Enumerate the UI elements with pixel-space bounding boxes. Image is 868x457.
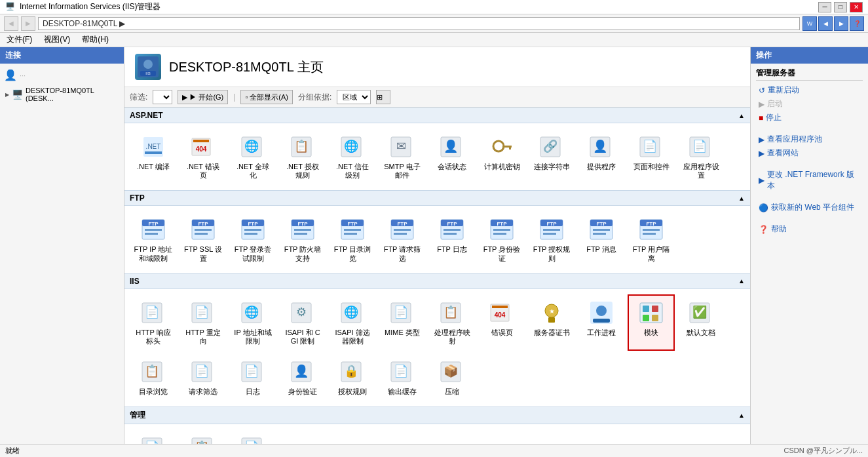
- menu-file[interactable]: 文件(F): [4, 33, 35, 47]
- action-help[interactable]: ❓ 帮助: [756, 222, 863, 236]
- icon-item-modules[interactable]: 模块: [628, 294, 675, 351]
- addon-icon-2[interactable]: ◀: [818, 16, 833, 31]
- back-button[interactable]: ◀: [4, 16, 18, 31]
- icon-img-ip-restrict: 🌐: [240, 300, 266, 326]
- icon-item-server-cert[interactable]: ★ 服务器证书: [528, 294, 575, 351]
- icon-item-compress[interactable]: 📦 压缩: [428, 353, 476, 401]
- icon-item-dir-browse[interactable]: 📋 目录浏览: [130, 353, 177, 401]
- section-header-aspnet[interactable]: ASP.NET▲: [124, 108, 750, 123]
- menu-view[interactable]: 视图(V): [41, 33, 73, 47]
- icon-item-handler[interactable]: 📋 处理程序映射: [428, 294, 476, 351]
- icon-grid-manage: 📄 Shared Configur... 📋 功能委派 📄 配置编辑器: [124, 424, 750, 444]
- icon-item-shared-config[interactable]: 📄 Shared Configur...: [130, 429, 177, 444]
- svg-rect-35: [145, 233, 158, 235]
- icon-img-ftp-filter: FTP: [389, 216, 415, 243]
- filter-all-btn[interactable]: ▫ 全部显示(A): [240, 90, 293, 104]
- icon-item-ftp-rules[interactable]: FTP FTP 授权规则: [528, 211, 575, 268]
- icon-item-net-auth[interactable]: 📋 .NET 授权规则: [279, 129, 326, 185]
- addon-icon-1[interactable]: W: [802, 16, 817, 31]
- icon-item-net-compile[interactable]: .NET .NET 编泽: [130, 129, 177, 185]
- change-framework-label: 更改 .NET Framework 版本: [767, 169, 860, 191]
- action-change-framework[interactable]: ▶ 更改 .NET Framework 版本: [756, 168, 863, 193]
- icon-label-smtp: SMTP 电子邮件: [383, 163, 422, 180]
- icon-item-isapi-filter[interactable]: 🌐 ISAPI 筛选器限制: [329, 294, 376, 351]
- icon-item-logging[interactable]: 📄 日志: [229, 353, 276, 401]
- icon-item-worker[interactable]: 工作进程: [578, 294, 625, 351]
- tree-item-add[interactable]: 👤 ···: [0, 66, 124, 84]
- icon-label-handler: 处理程序映射: [432, 328, 472, 346]
- icon-item-error-page[interactable]: 404 错误页: [478, 294, 525, 351]
- icon-item-conn-string[interactable]: 🔗 连接字符串: [528, 129, 575, 185]
- group-select[interactable]: 区域: [337, 90, 371, 104]
- svg-text:📦: 📦: [443, 364, 459, 378]
- addon-icon-3[interactable]: ▶: [834, 16, 848, 31]
- icon-label-isapi-filter: ISAPI 筛选器限制: [333, 328, 372, 346]
- address-input[interactable]: [38, 17, 800, 30]
- icon-item-isapi-cgi[interactable]: ⚙ ISAPI 和 CGI 限制: [279, 294, 326, 351]
- svg-text:🌐: 🌐: [344, 305, 359, 319]
- icon-item-ftp-ssl[interactable]: FTP FTP SSL 设置: [179, 211, 227, 268]
- action-view-sites[interactable]: ▶ 查看网站: [756, 146, 863, 160]
- icon-item-ftp-login[interactable]: FTP FTP 登录尝试限制: [229, 211, 276, 268]
- icon-item-output-cache[interactable]: 📄 输出缓存: [379, 353, 426, 401]
- svg-rect-34: [145, 229, 162, 231]
- icon-item-request-filter[interactable]: 📄 请求筛选: [179, 353, 227, 401]
- icon-item-ip-restrict[interactable]: 🌐 IP 地址和域限制: [229, 294, 276, 351]
- icon-item-http-redirect[interactable]: 📄 HTTP 重定向: [179, 294, 227, 351]
- icon-item-providers[interactable]: 👤 提供程序: [578, 129, 625, 185]
- icon-item-ftp-ip[interactable]: FTP FTP IP 地址和域限制: [130, 211, 177, 268]
- maximize-button[interactable]: □: [834, 2, 847, 12]
- icon-item-ftp-iso[interactable]: FTP FTP 用户隔离: [628, 211, 675, 268]
- group-icon-btn[interactable]: ⊞: [376, 90, 390, 104]
- section-header-ftp[interactable]: FTP▲: [124, 190, 750, 206]
- icon-item-app-settings[interactable]: 📄 应用程序设置: [677, 129, 725, 185]
- icon-grid-ftp: FTP FTP IP 地址和域限制 FTP FTP SSL 设置 FTP FTP…: [124, 206, 750, 273]
- icon-item-net-error[interactable]: 404 .NET 错误页: [179, 129, 227, 185]
- icon-item-smtp[interactable]: ✉ SMTP 电子邮件: [379, 129, 426, 185]
- svg-point-107: [596, 306, 607, 316]
- tree-expand-arrow: ▶: [5, 92, 9, 98]
- icon-item-net-trust[interactable]: 🌐 .NET 信任级别: [329, 129, 376, 185]
- section-header-iis[interactable]: IIS▲: [124, 273, 750, 289]
- icon-label-ftp-browse: FTP 目录浏览: [333, 245, 372, 262]
- icon-item-machine-key[interactable]: 计算机密钥: [478, 129, 525, 185]
- icon-item-ftp-log[interactable]: FTP FTP 日志: [428, 211, 476, 268]
- group-label: 分组依据:: [298, 92, 331, 103]
- link-icon-2: ▶: [759, 149, 764, 158]
- menu-help[interactable]: 帮助(H): [79, 33, 111, 47]
- title-bar: 🖥️ Internet Information Services (IIS)管理…: [0, 0, 868, 14]
- close-button[interactable]: ✕: [850, 2, 863, 12]
- icon-img-error-page: 404: [489, 300, 515, 326]
- icon-item-ftp-msg[interactable]: FTP FTP 消息: [578, 211, 625, 268]
- icon-item-ftp-filter[interactable]: FTP FTP 请求筛选: [379, 211, 426, 268]
- action-get-web[interactable]: 🔵 获取新的 Web 平台组件: [756, 201, 863, 214]
- icon-item-feature-delegate[interactable]: 📋 功能委派: [179, 429, 227, 444]
- addon-icon-4[interactable]: ❓: [850, 16, 864, 31]
- icon-item-config-editor[interactable]: 📄 配置编辑器: [229, 429, 276, 444]
- action-stop[interactable]: ■ 停止: [756, 111, 863, 125]
- tree-item-server[interactable]: ▶ 🖥️ DESKTOP-81MQ0TL (DESK...: [0, 84, 124, 105]
- section-header-manage[interactable]: 管理▲: [124, 407, 750, 424]
- start-label: 启动: [767, 98, 783, 109]
- icon-item-session[interactable]: 👤 会话状态: [428, 129, 476, 185]
- forward-button[interactable]: ▶: [21, 16, 35, 31]
- icon-item-mime[interactable]: 📄 MIME 类型: [379, 294, 426, 351]
- icon-item-pages-controls[interactable]: 📄 页面和控件: [628, 129, 675, 185]
- icon-item-net-global[interactable]: 🌐 .NET 全球化: [229, 129, 276, 185]
- action-view-apppools[interactable]: ▶ 查看应用程序池: [756, 132, 863, 146]
- filter-select[interactable]: [153, 90, 172, 104]
- minimize-button[interactable]: ─: [818, 2, 831, 12]
- icon-img-auth: 👤: [290, 359, 316, 385]
- action-restart[interactable]: ↺ 重新启动: [756, 83, 863, 97]
- icon-item-http-header[interactable]: 📄 HTTP 响应标头: [130, 294, 177, 351]
- icon-item-authz[interactable]: 🔒 授权规则: [329, 353, 376, 401]
- icon-item-ftp-browse[interactable]: FTP FTP 目录浏览: [329, 211, 376, 268]
- icon-label-ftp-filter: FTP 请求筛选: [383, 245, 422, 262]
- filter-start-btn[interactable]: ▶ ▶ 开始(G): [178, 90, 228, 104]
- icon-item-default-doc[interactable]: ✅ 默认文档: [677, 294, 725, 351]
- svg-text:👤: 👤: [593, 139, 608, 153]
- action-start[interactable]: ▶ 启动: [756, 97, 863, 111]
- icon-item-ftp-firewall[interactable]: FTP FTP 防火墙支持: [279, 211, 326, 268]
- icon-item-auth[interactable]: 👤 身份验证: [279, 353, 326, 401]
- icon-item-ftp-auth[interactable]: FTP FTP 身份验证: [478, 211, 525, 268]
